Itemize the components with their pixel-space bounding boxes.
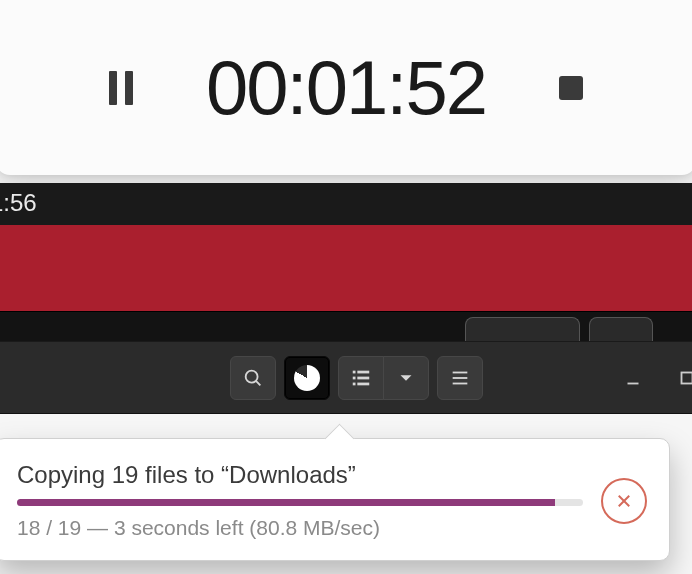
file-operations-button[interactable] — [284, 356, 330, 400]
operation-subtitle: 18 / 19 — 3 seconds left (80.8 MB/sec) — [17, 516, 583, 540]
view-options-dropdown[interactable] — [383, 356, 429, 400]
view-switcher — [338, 356, 429, 400]
search-button[interactable] — [230, 356, 276, 400]
wallpaper-red-band — [0, 225, 692, 311]
cancel-operation-button[interactable] — [601, 478, 647, 524]
svg-line-1 — [256, 380, 260, 384]
stopwatch-window: 00:01:52 — [0, 0, 692, 175]
stop-icon — [559, 76, 583, 100]
svg-rect-12 — [682, 372, 693, 383]
stopwatch-time: 00:01:52 — [206, 44, 486, 131]
maximize-button[interactable] — [664, 356, 692, 400]
svg-rect-5 — [357, 376, 369, 379]
operation-progress-bar — [17, 499, 583, 506]
background-window-control — [589, 317, 653, 343]
svg-rect-7 — [357, 382, 369, 385]
pause-icon — [109, 71, 133, 105]
minimize-icon — [622, 367, 644, 389]
files-headerbar — [0, 341, 692, 414]
close-icon — [615, 492, 633, 510]
stop-button[interactable] — [556, 73, 586, 103]
maximize-icon — [676, 367, 692, 389]
minimize-button[interactable] — [610, 356, 656, 400]
operation-title: Copying 19 files to “Downloads” — [17, 461, 583, 489]
file-operations-popover: Copying 19 files to “Downloads” 18 / 19 … — [0, 438, 670, 561]
pause-button[interactable] — [106, 73, 136, 103]
hamburger-icon — [449, 367, 471, 389]
chevron-down-icon — [395, 367, 417, 389]
list-view-button[interactable] — [338, 356, 384, 400]
progress-pie-icon — [294, 365, 320, 391]
list-view-icon — [350, 367, 372, 389]
topbar-clock: 1:56 — [0, 183, 45, 225]
svg-rect-4 — [353, 376, 356, 379]
svg-rect-2 — [353, 370, 356, 373]
svg-point-0 — [246, 370, 258, 382]
background-window-control — [465, 317, 580, 343]
operation-progress-fill — [17, 499, 555, 506]
hamburger-menu-button[interactable] — [437, 356, 483, 400]
svg-rect-3 — [357, 370, 369, 373]
svg-rect-6 — [353, 382, 356, 385]
search-icon — [242, 367, 264, 389]
